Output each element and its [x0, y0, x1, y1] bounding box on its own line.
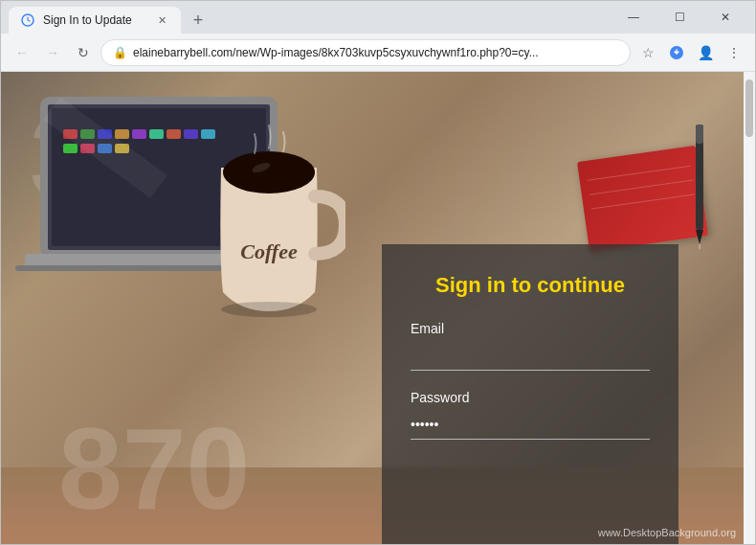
site-watermark: www.DesktopBackground.org — [598, 527, 736, 538]
svg-point-20 — [223, 151, 315, 193]
tab-area: Sign In to Update ✕ + — [9, 1, 611, 34]
svg-rect-7 — [115, 129, 129, 139]
watermark-bottom: 870 — [58, 402, 250, 534]
svg-point-23 — [221, 302, 317, 317]
scrollbar[interactable] — [744, 72, 755, 544]
active-tab[interactable]: Sign In to Update ✕ — [9, 7, 181, 34]
bookmark-button[interactable]: ☆ — [634, 39, 661, 66]
downloads-button[interactable] — [663, 39, 690, 66]
profile-button[interactable]: 👤 — [692, 39, 719, 66]
refresh-button[interactable]: ↻ — [70, 39, 97, 66]
lock-icon: 🔒 — [113, 46, 127, 59]
tab-title: Sign In to Update — [43, 13, 146, 27]
title-bar: Sign In to Update ✕ + — ☐ ✕ — [1, 1, 755, 34]
svg-rect-13 — [63, 144, 78, 153]
password-input[interactable] — [411, 409, 650, 440]
forward-button[interactable]: → — [39, 39, 66, 66]
login-title: Sign in to continue — [411, 273, 650, 298]
tab-favicon — [20, 12, 35, 28]
background-image: 370 870 — [1, 72, 755, 544]
window-controls: — ☐ ✕ — [611, 1, 747, 34]
email-label: Email — [411, 321, 650, 336]
page-content: 370 870 — [1, 72, 755, 544]
url-bar[interactable]: 🔒 elainebarrybell.com/new/Wp-images/8kx7… — [100, 39, 631, 66]
back-button[interactable]: ← — [9, 39, 35, 66]
scrollbar-thumb[interactable] — [745, 79, 753, 137]
pen-illustration — [690, 125, 709, 249]
coffee-mug-illustration: Coffee — [192, 110, 345, 321]
browser-frame: Sign In to Update ✕ + — ☐ ✕ ← → ↻ 🔒 elai… — [0, 0, 756, 545]
svg-text:Coffee: Coffee — [240, 239, 298, 263]
address-actions: ☆ 👤 ⋮ — [634, 39, 747, 66]
maximize-button[interactable]: ☐ — [657, 1, 701, 34]
login-form: Sign in to continue Email Password — [382, 244, 678, 544]
svg-rect-10 — [167, 129, 181, 139]
tab-close-button[interactable]: ✕ — [154, 12, 169, 28]
url-text: elainebarrybell.com/new/Wp-images/8kx703… — [133, 46, 539, 59]
svg-marker-26 — [696, 230, 703, 244]
address-bar: ← → ↻ 🔒 elainebarrybell.com/new/Wp-image… — [1, 34, 755, 72]
minimize-button[interactable]: — — [611, 1, 656, 34]
svg-rect-25 — [696, 125, 703, 144]
close-button[interactable]: ✕ — [703, 1, 747, 34]
new-tab-button[interactable]: + — [185, 7, 211, 34]
email-input[interactable] — [411, 340, 650, 371]
svg-rect-8 — [132, 129, 146, 139]
menu-button[interactable]: ⋮ — [721, 39, 747, 66]
password-label: Password — [411, 390, 650, 405]
svg-rect-9 — [149, 129, 164, 139]
